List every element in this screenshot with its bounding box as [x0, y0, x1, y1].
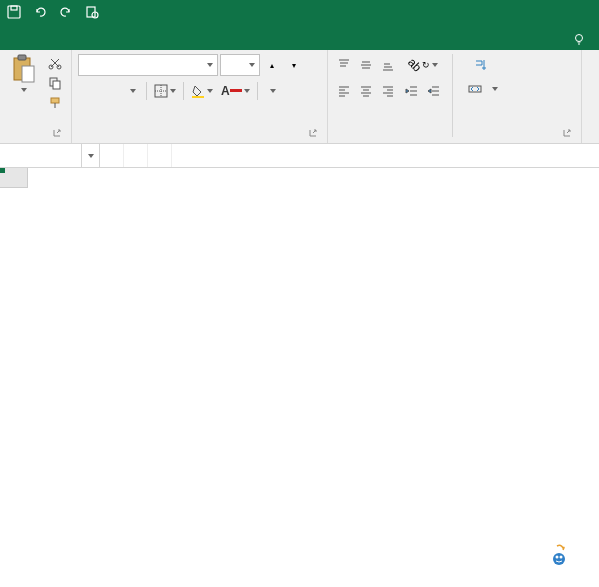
svg-point-4	[576, 35, 583, 42]
orientation-button[interactable]: ab↻	[402, 54, 444, 76]
chevron-down-icon	[432, 63, 438, 67]
svg-point-17	[556, 556, 559, 559]
align-top-button[interactable]	[334, 54, 354, 76]
worksheet-grid[interactable]	[0, 168, 599, 587]
decrease-font-button[interactable]: ▾	[284, 54, 304, 76]
ribbon: ▴ ▾ A	[0, 50, 599, 144]
italic-button[interactable]	[100, 80, 120, 102]
bold-button[interactable]	[78, 80, 98, 102]
dialog-launcher-icon[interactable]	[51, 127, 63, 139]
font-group-label	[78, 137, 321, 141]
paste-button[interactable]	[6, 54, 41, 137]
svg-point-16	[553, 553, 565, 565]
quick-access-toolbar	[6, 4, 126, 20]
align-center-button[interactable]	[356, 80, 376, 102]
chevron-down-icon	[207, 89, 213, 93]
alignment-group-label	[334, 137, 575, 141]
clipboard-group	[0, 50, 72, 143]
copy-button[interactable]	[45, 74, 65, 92]
svg-rect-0	[8, 6, 20, 18]
svg-rect-14	[192, 96, 204, 98]
print-preview-icon[interactable]	[84, 4, 100, 20]
dialog-launcher-icon[interactable]	[307, 127, 319, 139]
svg-rect-11	[53, 81, 60, 89]
wrap-text-button[interactable]	[461, 54, 505, 76]
svg-rect-12	[51, 98, 59, 103]
ribbon-tabs	[0, 24, 599, 50]
svg-rect-1	[11, 6, 17, 10]
save-icon[interactable]	[6, 4, 22, 20]
cut-button[interactable]	[45, 54, 65, 72]
dialog-launcher-icon[interactable]	[561, 127, 573, 139]
chevron-down-icon	[244, 89, 250, 93]
qat-more-icon[interactable]	[110, 4, 126, 20]
decrease-indent-button[interactable]	[402, 80, 422, 102]
fill-color-button[interactable]	[188, 80, 216, 102]
undo-icon[interactable]	[32, 4, 48, 20]
formula-input[interactable]	[172, 144, 599, 167]
insert-function-button[interactable]	[148, 144, 172, 167]
font-size-combo[interactable]	[220, 54, 260, 76]
clipboard-group-label	[6, 137, 65, 141]
font-color-button[interactable]: A	[218, 80, 253, 102]
chevron-down-icon	[207, 63, 213, 67]
svg-point-18	[560, 556, 563, 559]
select-all-corner[interactable]	[0, 168, 28, 188]
align-right-button[interactable]	[378, 80, 398, 102]
chevron-down-icon	[170, 89, 176, 93]
align-left-button[interactable]	[334, 80, 354, 102]
globe-icon	[549, 543, 569, 567]
chevron-down-icon	[492, 87, 498, 91]
svg-rect-6	[18, 55, 26, 60]
name-box-dropdown[interactable]	[82, 144, 100, 167]
chevron-down-icon	[249, 63, 255, 67]
chevron-down-icon	[130, 89, 136, 93]
chevron-down-icon	[21, 88, 27, 92]
align-bottom-button[interactable]	[378, 54, 398, 76]
align-middle-button[interactable]	[356, 54, 376, 76]
help-area[interactable]	[565, 33, 599, 50]
chevron-down-icon	[88, 154, 94, 158]
svg-rect-7	[22, 66, 34, 82]
svg-rect-15	[469, 86, 481, 92]
increase-indent-button[interactable]	[424, 80, 444, 102]
title-bar	[0, 0, 599, 24]
font-group: ▴ ▾ A	[72, 50, 328, 143]
chevron-down-icon	[270, 89, 276, 93]
increase-font-button[interactable]: ▴	[262, 54, 282, 76]
confirm-button[interactable]	[124, 144, 148, 167]
borders-button[interactable]	[151, 80, 179, 102]
redo-icon[interactable]	[58, 4, 74, 20]
merge-center-button[interactable]	[461, 78, 505, 100]
underline-button[interactable]	[122, 80, 142, 102]
alignment-group: ab↻	[328, 50, 582, 143]
lightbulb-icon	[573, 33, 585, 50]
font-family-combo[interactable]	[78, 54, 218, 76]
watermark-logo	[549, 541, 569, 567]
cancel-button[interactable]	[100, 144, 124, 167]
name-box[interactable]	[0, 144, 82, 167]
format-painter-button[interactable]	[45, 94, 65, 112]
phonetic-button[interactable]	[262, 80, 282, 102]
formula-bar	[0, 144, 599, 168]
